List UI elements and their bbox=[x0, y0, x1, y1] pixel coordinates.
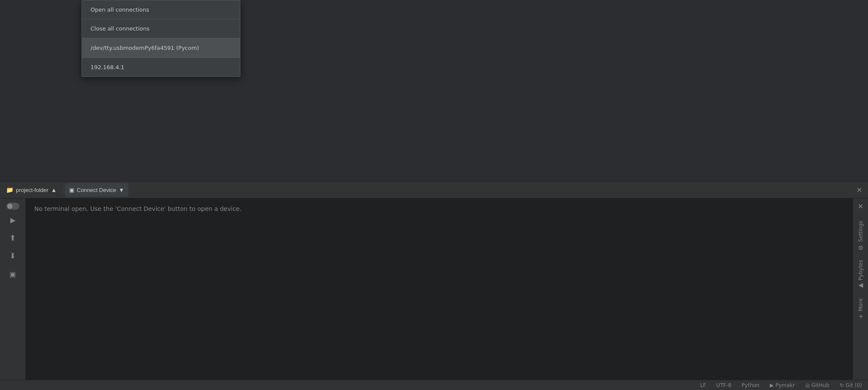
pybytes-icon: ▶ bbox=[857, 283, 864, 290]
more-label: More bbox=[858, 299, 864, 311]
chevron-down-icon: ▼ bbox=[119, 187, 124, 193]
status-git[interactable]: ↻ Git (0) bbox=[838, 382, 864, 388]
app-container: Open all connections Close all connectio… bbox=[0, 0, 868, 390]
status-language[interactable]: Python bbox=[740, 382, 762, 388]
project-folder-label: project-folder bbox=[16, 187, 49, 193]
terminal-empty-message: No terminal open. Use the 'Connect Devic… bbox=[34, 205, 242, 212]
git-icon: ↻ bbox=[840, 382, 844, 388]
settings-label: Settings bbox=[858, 221, 864, 242]
pybytes-label: Pybytes bbox=[858, 260, 864, 280]
language-label: Python bbox=[742, 382, 760, 388]
git-label: Git (0) bbox=[846, 382, 862, 388]
toolbar: 📁 project-folder ▲ ▣ Connect Device ▼ ✕ bbox=[0, 181, 868, 198]
close-icon: ✕ bbox=[856, 186, 862, 194]
pybytes-panel-button[interactable]: ▶ Pybytes bbox=[855, 256, 867, 294]
status-encoding[interactable]: UTF-8 bbox=[715, 382, 733, 388]
encoding-label: UTF-8 bbox=[716, 382, 731, 388]
left-sidebar: ▶ ⬆ ⬇ ▣ bbox=[0, 198, 26, 380]
toolbar-divider bbox=[63, 186, 63, 194]
right-close-button[interactable]: ✕ bbox=[853, 198, 868, 214]
folder-icon: 📁 bbox=[6, 186, 13, 193]
toolbar-close-button[interactable]: ✕ bbox=[852, 184, 866, 196]
play-icon: ▶ bbox=[10, 216, 15, 224]
right-close-icon: ✕ bbox=[858, 202, 863, 210]
download-button[interactable]: ⬇ bbox=[4, 248, 21, 264]
upload-button[interactable]: ⬆ bbox=[4, 230, 21, 246]
project-folder-button[interactable]: 📁 project-folder ▲ bbox=[2, 183, 61, 197]
device-icon: ▣ bbox=[69, 187, 74, 193]
settings-icon: ⚙ bbox=[857, 244, 864, 251]
upload-icon: ⬆ bbox=[9, 233, 16, 243]
status-lf[interactable]: LF bbox=[698, 382, 708, 388]
file-button[interactable]: ▣ bbox=[4, 266, 21, 282]
connect-device-button[interactable]: ▣ Connect Device ▼ bbox=[65, 183, 129, 197]
connect-device-label: Connect Device bbox=[77, 187, 116, 193]
toolbar-left: 📁 project-folder ▲ ▣ Connect Device ▼ bbox=[2, 183, 128, 197]
terminal-area: No terminal open. Use the 'Connect Devic… bbox=[26, 198, 853, 380]
chevron-up-icon: ▲ bbox=[51, 187, 57, 193]
settings-panel-button[interactable]: ⚙ Settings bbox=[855, 216, 867, 256]
github-icon: ◎ bbox=[805, 382, 810, 388]
download-icon: ⬇ bbox=[9, 251, 16, 261]
dropdown-item-usb[interactable]: /dev/tty.usbmodemPy6fa4591 (Pycom) bbox=[82, 39, 240, 58]
play-button[interactable]: ▶ bbox=[4, 212, 21, 228]
github-label: GitHub bbox=[811, 382, 829, 388]
top-area: Open all connections Close all connectio… bbox=[0, 0, 868, 181]
dropdown-item-open-all[interactable]: Open all connections bbox=[82, 0, 240, 19]
more-panel-button[interactable]: + More bbox=[855, 294, 867, 323]
main-content: ▶ ⬆ ⬇ ▣ No terminal open. Use the 'Conne… bbox=[0, 198, 868, 380]
pymakr-icon: ▶ bbox=[770, 382, 774, 388]
status-pymakr[interactable]: ▶ Pymakr bbox=[768, 382, 797, 388]
dropdown-item-ip[interactable]: 192.168.4.1 bbox=[82, 58, 240, 76]
lf-label: LF bbox=[700, 382, 706, 388]
file-icon: ▣ bbox=[9, 270, 16, 278]
connect-device-dropdown: Open all connections Close all connectio… bbox=[82, 0, 240, 77]
right-rotated-labels: ⚙ Settings ▶ Pybytes + More bbox=[853, 216, 868, 323]
plus-icon: + bbox=[857, 314, 864, 319]
dropdown-item-close-all[interactable]: Close all connections bbox=[82, 19, 240, 38]
toggle-switch[interactable] bbox=[6, 203, 19, 210]
right-sidebar: ✕ ⚙ Settings ▶ Pybytes + More bbox=[853, 198, 868, 380]
status-github[interactable]: ◎ GitHub bbox=[804, 382, 831, 388]
pymakr-label: Pymakr bbox=[775, 382, 795, 388]
status-bar: LF UTF-8 Python ▶ Pymakr ◎ GitHub ↻ Git … bbox=[0, 380, 868, 390]
